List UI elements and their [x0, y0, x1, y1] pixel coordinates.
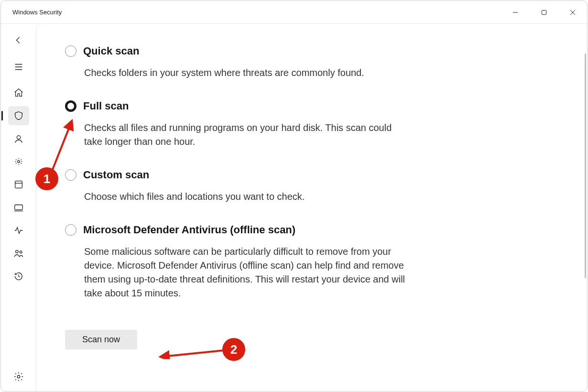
quick-scan-radio[interactable]: [65, 45, 76, 57]
svg-point-7: [17, 136, 20, 139]
offline-scan-title: Microsoft Defender Antivirus (offline sc…: [83, 224, 295, 236]
sidebar-item-device-performance[interactable]: [8, 221, 29, 240]
sidebar-item-home[interactable]: [8, 83, 29, 102]
scan-now-button[interactable]: Scan now: [65, 330, 137, 349]
svg-point-15: [17, 375, 20, 378]
sidebar-item-firewall[interactable]: [8, 152, 29, 171]
option-quick-scan: Quick scan Checks folders in your system…: [65, 45, 409, 80]
svg-point-8: [17, 161, 20, 163]
svg-rect-11: [14, 205, 22, 210]
option-custom-scan: Custom scan Choose which files and locat…: [65, 169, 409, 204]
option-offline-scan: Microsoft Defender Antivirus (offline sc…: [65, 224, 409, 300]
window-title: Windows Security: [12, 9, 62, 16]
full-scan-desc: Checks all files and running programs on…: [84, 121, 409, 149]
sidebar: [1, 24, 36, 391]
offline-scan-radio[interactable]: [65, 224, 76, 236]
sidebar-settings[interactable]: [8, 367, 29, 386]
sidebar-item-history[interactable]: [8, 267, 29, 286]
back-button[interactable]: [8, 31, 29, 50]
custom-scan-desc: Choose which files and locations you wan…: [84, 190, 409, 204]
content-area: Quick scan Checks folders in your system…: [36, 24, 587, 391]
full-scan-radio[interactable]: [65, 100, 76, 112]
close-button[interactable]: [558, 1, 587, 24]
quick-scan-desc: Checks folders in your system where thre…: [84, 66, 409, 80]
svg-line-17: [162, 350, 223, 357]
scrollbar-thumb[interactable]: [585, 54, 586, 278]
sidebar-item-device-security[interactable]: [8, 198, 29, 217]
svg-rect-1: [542, 10, 546, 14]
sidebar-item-account[interactable]: [8, 129, 29, 148]
full-scan-title: Full scan: [83, 100, 129, 112]
menu-button[interactable]: [8, 58, 29, 76]
sidebar-item-virus-threat[interactable]: [8, 106, 29, 125]
svg-point-13: [15, 250, 18, 253]
maximize-button[interactable]: [530, 1, 558, 24]
title-bar: Windows Security: [1, 1, 587, 24]
offline-scan-desc: Some malicious software can be particula…: [84, 245, 409, 300]
annotation-badge-2: 2: [222, 338, 245, 361]
annotation-badge-1: 1: [35, 167, 58, 190]
option-full-scan: Full scan Checks all files and running p…: [65, 100, 409, 149]
sidebar-item-app-browser[interactable]: [8, 175, 29, 194]
quick-scan-title: Quick scan: [83, 45, 139, 57]
svg-point-14: [20, 251, 22, 253]
window-controls: [501, 1, 587, 24]
svg-line-16: [51, 122, 71, 173]
annotation-arrow-2: [156, 345, 228, 359]
window-chrome: Windows Security: [0, 0, 588, 392]
custom-scan-title: Custom scan: [83, 169, 149, 181]
svg-rect-9: [15, 181, 22, 188]
minimize-button[interactable]: [501, 1, 530, 24]
sidebar-item-family[interactable]: [8, 244, 29, 263]
body-layout: Quick scan Checks folders in your system…: [1, 24, 587, 391]
